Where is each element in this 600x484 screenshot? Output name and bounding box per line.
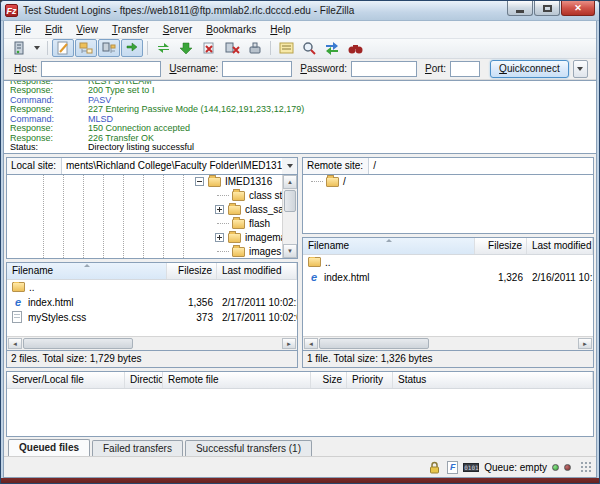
tree-node-flash[interactable]: flash xyxy=(7,217,297,231)
column-remote-file[interactable]: Remote file xyxy=(163,372,311,388)
menu-bookmarks[interactable]: Bookmarks xyxy=(199,22,263,37)
process-queue-icon xyxy=(180,41,192,55)
site-manager-button[interactable] xyxy=(7,39,29,57)
scroll-right-icon[interactable]: ► xyxy=(282,338,296,349)
title-bar[interactable]: Fz Test Student Logins - ftpes://web1811… xyxy=(1,1,599,21)
close-button[interactable]: ✕ xyxy=(561,1,595,16)
site-manager-dropdown[interactable] xyxy=(30,39,43,57)
tree-node-class-samples[interactable]: class_samples xyxy=(7,203,297,217)
tree-node-imed1316[interactable]: IMED1316 xyxy=(7,175,297,189)
lock-icon[interactable] xyxy=(427,461,442,474)
html-file-icon: e xyxy=(12,296,24,308)
column-filename[interactable]: Filename xyxy=(303,238,475,254)
file-row-index-html[interactable]: eindex.html 1,326 2/16/2011 10: xyxy=(303,270,593,285)
local-tree-icon xyxy=(79,41,93,55)
column-filename[interactable]: Filename xyxy=(7,263,167,279)
tab-failed-transfers[interactable]: Failed transfers xyxy=(92,440,183,456)
resize-grip[interactable] xyxy=(580,461,592,473)
host-input[interactable] xyxy=(41,61,161,77)
username-input[interactable] xyxy=(222,61,292,77)
refresh-button[interactable] xyxy=(152,39,174,57)
column-size[interactable]: Size xyxy=(311,372,347,388)
tree-node-imagemapstuff[interactable]: imagemapstuff xyxy=(7,231,297,245)
menu-view[interactable]: View xyxy=(69,22,105,37)
expand-icon[interactable] xyxy=(215,205,224,214)
column-status[interactable]: Status xyxy=(393,372,593,388)
menu-file[interactable]: File xyxy=(8,22,38,37)
menu-transfer[interactable]: Transfer xyxy=(105,22,156,37)
queue-status-text: Queue: empty xyxy=(484,462,547,473)
column-server-local-file[interactable]: Server/Local file xyxy=(7,372,125,388)
log-line: Status:Directory listing successful xyxy=(10,143,596,153)
column-filesize[interactable]: Filesize xyxy=(167,263,217,279)
menu-edit[interactable]: Edit xyxy=(38,22,69,37)
column-last-modified[interactable]: Last modified xyxy=(217,263,297,279)
column-filesize[interactable]: Filesize xyxy=(475,238,527,254)
disconnect-button[interactable] xyxy=(221,39,243,57)
local-file-list: Filename Filesize Last modified .. einde… xyxy=(6,262,298,352)
process-queue-button[interactable] xyxy=(175,39,197,57)
column-priority[interactable]: Priority xyxy=(347,372,393,388)
remote-directory-tree[interactable]: / xyxy=(302,175,594,234)
menu-server[interactable]: Server xyxy=(156,22,199,37)
local-tree-scrollbar[interactable]: ▲ ▼ xyxy=(282,175,297,258)
password-input[interactable] xyxy=(351,61,417,77)
column-last-modified[interactable]: Last modified xyxy=(527,238,593,254)
chevron-down-icon xyxy=(34,46,40,50)
local-site-label: Local site: xyxy=(7,158,62,174)
datatype-icon[interactable]: 0101 xyxy=(463,463,479,472)
column-direction[interactable]: Direction xyxy=(125,372,163,388)
scroll-up-icon[interactable]: ▲ xyxy=(283,175,297,189)
tab-queued-files[interactable]: Queued files xyxy=(8,439,90,456)
local-directory-tree[interactable]: IMED1316 class stuff class_samples xyxy=(6,175,298,259)
toggle-message-log-button[interactable] xyxy=(52,39,74,57)
cancel-operation-button[interactable] xyxy=(198,39,220,57)
minimize-button[interactable] xyxy=(507,1,533,16)
file-row-index-html[interactable]: eindex.html 1,356 2/17/2011 10:02:15... xyxy=(7,295,297,310)
scroll-down-icon[interactable]: ▼ xyxy=(283,244,297,258)
tree-node-root[interactable]: / xyxy=(303,175,593,189)
sync-browsing-icon xyxy=(325,41,339,55)
tree-node-class-stuff[interactable]: class stuff xyxy=(7,189,297,203)
queue-body[interactable] xyxy=(7,389,593,436)
remote-list-scrollbar[interactable]: ◄ ► xyxy=(303,336,593,350)
scroll-right-icon[interactable]: ► xyxy=(578,338,592,349)
local-site-dropdown[interactable] xyxy=(282,158,297,174)
close-icon: ✕ xyxy=(574,3,582,13)
expand-icon[interactable] xyxy=(215,233,224,242)
certificate-icon[interactable]: F xyxy=(447,461,458,474)
local-list-scrollbar[interactable]: ◄ ► xyxy=(7,336,297,350)
toggle-transfer-queue-button[interactable] xyxy=(121,39,143,57)
transfer-queue-icon xyxy=(125,41,139,55)
quickconnect-bar: Host: Username: Password: Port: Quickcon… xyxy=(4,59,596,80)
scrollbar-thumb[interactable] xyxy=(23,338,133,349)
port-input[interactable] xyxy=(450,61,480,77)
remote-status-text: 1 file. Total size: 1,326 bytes xyxy=(302,351,594,368)
menu-help[interactable]: Help xyxy=(263,22,298,37)
queue-tabs: Queued files Failed transfers Successful… xyxy=(4,437,596,456)
collapse-icon[interactable] xyxy=(195,177,204,186)
remote-site-value[interactable]: / xyxy=(369,158,593,174)
scrollbar-thumb[interactable] xyxy=(319,338,429,349)
local-site-value[interactable]: ments\Richland College\Faculty Folder\IM… xyxy=(62,158,282,174)
directory-comparison-button[interactable] xyxy=(298,39,320,57)
synchronized-browsing-button[interactable] xyxy=(321,39,343,57)
file-row-parent[interactable]: .. xyxy=(7,280,297,295)
file-row-mystyles-css[interactable]: myStyles.css 373 2/17/2011 10:02:07... xyxy=(7,310,297,325)
reconnect-button[interactable] xyxy=(244,39,266,57)
scroll-left-icon[interactable]: ◄ xyxy=(8,338,22,349)
filter-button[interactable] xyxy=(275,39,297,57)
tab-successful-transfers[interactable]: Successful transfers (1) xyxy=(185,440,312,456)
scroll-left-icon[interactable]: ◄ xyxy=(304,338,318,349)
activity-led-green xyxy=(552,464,559,471)
quickconnect-dropdown[interactable] xyxy=(573,60,588,78)
scrollbar-thumb[interactable] xyxy=(284,190,296,212)
message-log[interactable]: Response:REST STREAM Response:200 Type s… xyxy=(4,80,596,154)
file-row-parent[interactable]: .. xyxy=(303,255,593,270)
toggle-remote-tree-button[interactable] xyxy=(98,39,120,57)
tree-node-images[interactable]: images xyxy=(7,245,297,259)
toggle-local-tree-button[interactable] xyxy=(75,39,97,57)
find-files-button[interactable] xyxy=(344,39,366,57)
quickconnect-button[interactable]: Quickconnect xyxy=(490,60,569,78)
maximize-button[interactable] xyxy=(534,1,560,16)
